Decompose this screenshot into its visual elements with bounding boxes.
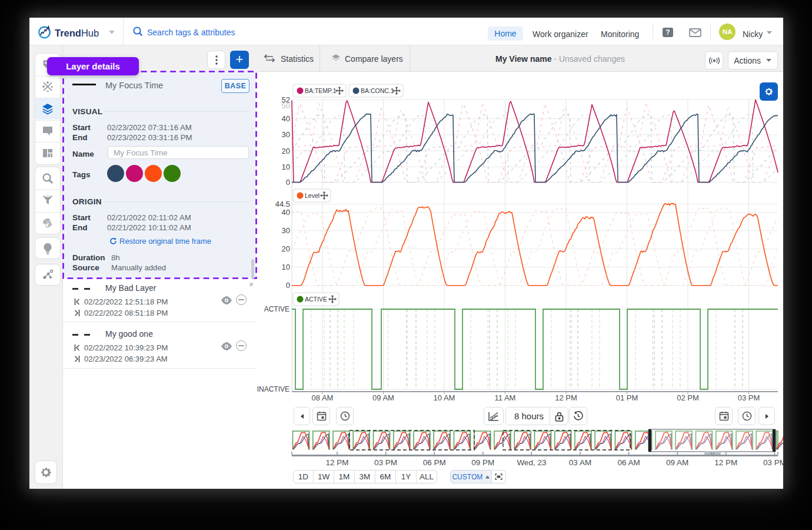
svg-text:40: 40 <box>282 114 290 123</box>
svg-text:40: 40 <box>282 208 290 217</box>
svg-text:INACTIVE: INACTIVE <box>257 385 289 393</box>
svg-text:09 PM: 09 PM <box>471 458 494 467</box>
svg-text:44.5: 44.5 <box>275 200 290 208</box>
svg-text:06 AM: 06 AM <box>617 458 640 467</box>
svg-text:20: 20 <box>282 147 290 155</box>
svg-text:01 PM: 01 PM <box>616 393 638 402</box>
svg-text:03 PM: 03 PM <box>374 458 397 467</box>
svg-text:03 PM: 03 PM <box>763 458 783 467</box>
svg-text:06 PM: 06 PM <box>423 458 446 467</box>
svg-text:10: 10 <box>282 263 290 271</box>
svg-text:08 AM: 08 AM <box>312 393 334 402</box>
svg-text:12 PM: 12 PM <box>714 458 737 467</box>
svg-text:50: 50 <box>282 101 290 110</box>
svg-text:12 PM: 12 PM <box>325 458 348 467</box>
svg-text:Level: Level <box>305 192 320 199</box>
svg-text:ACTIVE: ACTIVE <box>264 305 289 313</box>
svg-text:30: 30 <box>282 226 290 235</box>
svg-text:10 AM: 10 AM <box>434 393 455 402</box>
svg-text:ACTIVE: ACTIVE <box>305 296 327 303</box>
svg-text:0: 0 <box>286 178 290 187</box>
svg-text:10: 10 <box>282 163 290 171</box>
svg-text:20: 20 <box>282 244 290 253</box>
svg-text:BA:CONC.1: BA:CONC.1 <box>361 87 394 94</box>
svg-text:0: 0 <box>286 281 290 290</box>
svg-text:12 PM: 12 PM <box>555 393 577 402</box>
svg-text:09 AM: 09 AM <box>666 458 688 467</box>
svg-text:11 AM: 11 AM <box>495 393 516 402</box>
svg-text:09 AM: 09 AM <box>372 393 394 402</box>
svg-text:BA:TEMP.1: BA:TEMP.1 <box>305 87 337 94</box>
svg-text:03 AM: 03 AM <box>569 458 591 467</box>
svg-text:30: 30 <box>282 130 290 139</box>
svg-text:03 PM: 03 PM <box>738 393 760 402</box>
svg-text:Wed, 23: Wed, 23 <box>517 458 546 467</box>
svg-text:02 PM: 02 PM <box>677 393 699 402</box>
